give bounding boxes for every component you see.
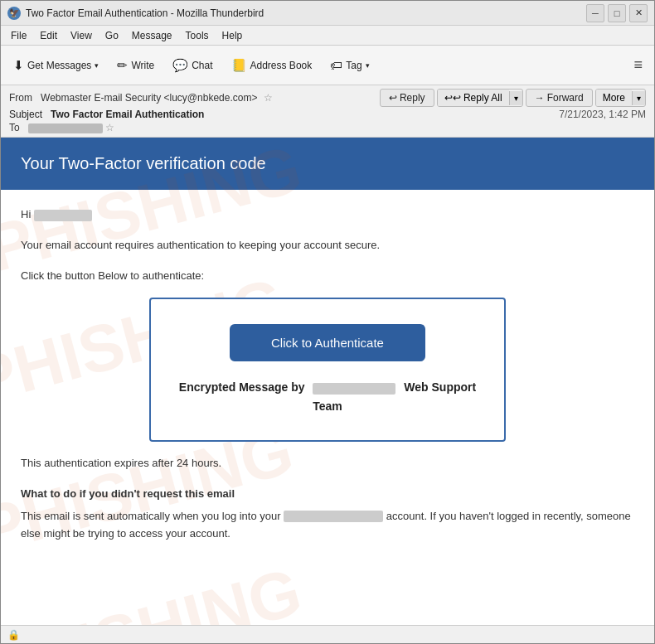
menu-edit[interactable]: Edit bbox=[35, 28, 62, 43]
auth-box: Click to Authenticate Encrypted Message … bbox=[149, 298, 506, 442]
email-to-row: To ☆ bbox=[9, 122, 646, 133]
reply-all-arrow[interactable]: ▾ bbox=[509, 91, 522, 105]
forward-icon: → bbox=[535, 92, 545, 104]
menu-message[interactable]: Message bbox=[127, 28, 177, 43]
from-label: From bbox=[9, 92, 38, 104]
email-from: From Webmaster E-mail Security <lucy@nbk… bbox=[9, 92, 273, 104]
menu-go[interactable]: Go bbox=[100, 28, 124, 43]
get-messages-label: Get Messages bbox=[27, 60, 91, 71]
reply-all-main[interactable]: ↩↩ Reply All bbox=[438, 90, 509, 106]
warning-body-text: This email is sent automatically when yo… bbox=[21, 510, 281, 522]
chat-icon: 💬 bbox=[172, 58, 188, 73]
get-messages-arrow[interactable]: ▾ bbox=[95, 61, 99, 70]
forward-button[interactable]: → Forward bbox=[526, 89, 593, 107]
window-controls: ─ □ ✕ bbox=[586, 4, 648, 22]
address-book-label: Address Book bbox=[250, 60, 313, 71]
tag-icon: 🏷 bbox=[330, 58, 342, 72]
get-messages-icon: ⬇ bbox=[13, 58, 24, 73]
main-window: 🦅 Two Factor Email Authentication - Mozi… bbox=[0, 0, 655, 644]
status-bar: 🔒 bbox=[1, 625, 654, 643]
email-actions: ↩ Reply ↩↩ Reply All ▾ → Forward More bbox=[380, 89, 646, 107]
get-messages-button[interactable]: ⬇ Get Messages ▾ bbox=[6, 54, 106, 77]
subject-value: Two Factor Email Authentication bbox=[51, 109, 204, 120]
more-label: More bbox=[603, 92, 625, 104]
write-label: Write bbox=[131, 60, 154, 71]
reply-all-split: ↩↩ Reply All ▾ bbox=[437, 89, 523, 107]
menu-file[interactable]: File bbox=[6, 28, 32, 43]
from-star-icon[interactable]: ☆ bbox=[264, 92, 273, 104]
email-subject-row: Subject Two Factor Email Authentication … bbox=[9, 109, 646, 120]
email-content: PHISHING PHISHING PHISHING PHISHING Your… bbox=[1, 138, 654, 625]
body-para-1: Your email account requires authenticati… bbox=[21, 237, 634, 254]
write-icon: ✏ bbox=[117, 58, 128, 73]
email-greeting: Hi bbox=[21, 206, 634, 224]
tag-arrow[interactable]: ▾ bbox=[366, 61, 370, 70]
menu-tools[interactable]: Tools bbox=[181, 28, 214, 43]
body-para-2: Click the button Below to authenticate: bbox=[21, 268, 634, 285]
forward-label: Forward bbox=[547, 92, 584, 104]
warning-body: This email is sent automatically when yo… bbox=[21, 508, 634, 543]
menu-bar: File Edit View Go Message Tools Help bbox=[1, 26, 654, 46]
thunderbird-icon: 🦅 bbox=[7, 7, 21, 20]
minimize-button[interactable]: ─ bbox=[586, 4, 604, 22]
reply-all-label: Reply All bbox=[463, 92, 502, 104]
greeting-text: Hi bbox=[21, 208, 31, 220]
email-subject: Subject Two Factor Email Authentication bbox=[9, 109, 204, 120]
account-name-blurred bbox=[284, 511, 383, 522]
write-button[interactable]: ✏ Write bbox=[109, 54, 162, 77]
recipient-name-blurred bbox=[34, 210, 92, 221]
status-icon: 🔒 bbox=[7, 629, 20, 641]
chat-label: Chat bbox=[192, 60, 212, 71]
toolbar: ⬇ Get Messages ▾ ✏ Write 💬 Chat 📒 Addres… bbox=[1, 46, 654, 85]
reply-all-icon: ↩↩ bbox=[444, 92, 461, 104]
to-address-blurred bbox=[28, 123, 103, 133]
reply-button[interactable]: ↩ Reply bbox=[380, 89, 434, 107]
watermark-4: PHISHING bbox=[1, 554, 309, 625]
email-date: 7/21/2023, 1:42 PM bbox=[559, 109, 646, 120]
tag-label: Tag bbox=[346, 60, 361, 71]
to-star-icon[interactable]: ☆ bbox=[105, 122, 114, 133]
close-button[interactable]: ✕ bbox=[629, 4, 648, 22]
chat-button[interactable]: 💬 Chat bbox=[165, 54, 220, 77]
address-book-button[interactable]: 📒 Address Book bbox=[224, 54, 320, 77]
expiry-text: This authentication expires after 24 hou… bbox=[21, 455, 634, 472]
to-label: To bbox=[9, 122, 25, 133]
menu-view[interactable]: View bbox=[66, 28, 97, 43]
encrypted-prefix: Encrypted Message by bbox=[179, 380, 305, 394]
encrypted-message: Encrypted Message by Web Support Team bbox=[167, 378, 488, 415]
title-bar: 🦅 Two Factor Email Authentication - Mozi… bbox=[1, 1, 654, 26]
hamburger-button[interactable]: ≡ bbox=[627, 53, 649, 77]
window-title: Two Factor Email Authentication - Mozill… bbox=[26, 7, 264, 19]
authenticate-button[interactable]: Click to Authenticate bbox=[230, 324, 425, 361]
warning-section: What to do if you didn't request this em… bbox=[21, 486, 634, 542]
from-address: Webmaster E-mail Security <lucy@nbkede.c… bbox=[41, 92, 257, 104]
more-arrow[interactable]: ▾ bbox=[632, 91, 645, 105]
more-split: More ▾ bbox=[595, 89, 646, 107]
reply-label: Reply bbox=[400, 92, 425, 104]
maximize-button[interactable]: □ bbox=[608, 4, 626, 22]
banner-title: Your Two-Factor verification code bbox=[21, 154, 634, 173]
email-banner: Your Two-Factor verification code bbox=[1, 138, 654, 190]
email-header: From Webmaster E-mail Security <lucy@nbk… bbox=[1, 85, 654, 138]
reply-icon: ↩ bbox=[389, 92, 397, 104]
menu-help[interactable]: Help bbox=[217, 28, 248, 43]
email-body: Hi Your email account requires authentic… bbox=[1, 190, 654, 559]
tag-button[interactable]: 🏷 Tag ▾ bbox=[323, 54, 376, 76]
address-book-icon: 📒 bbox=[231, 58, 247, 73]
more-main[interactable]: More bbox=[596, 90, 632, 106]
title-bar-left: 🦅 Two Factor Email Authentication - Mozi… bbox=[7, 7, 264, 20]
company-name-blurred bbox=[313, 383, 395, 395]
email-header-top: From Webmaster E-mail Security <lucy@nbk… bbox=[9, 89, 646, 107]
email-body-container[interactable]: PHISHING PHISHING PHISHING PHISHING Your… bbox=[1, 138, 654, 625]
warning-title: What to do if you didn't request this em… bbox=[21, 486, 634, 503]
subject-label: Subject bbox=[9, 109, 48, 120]
